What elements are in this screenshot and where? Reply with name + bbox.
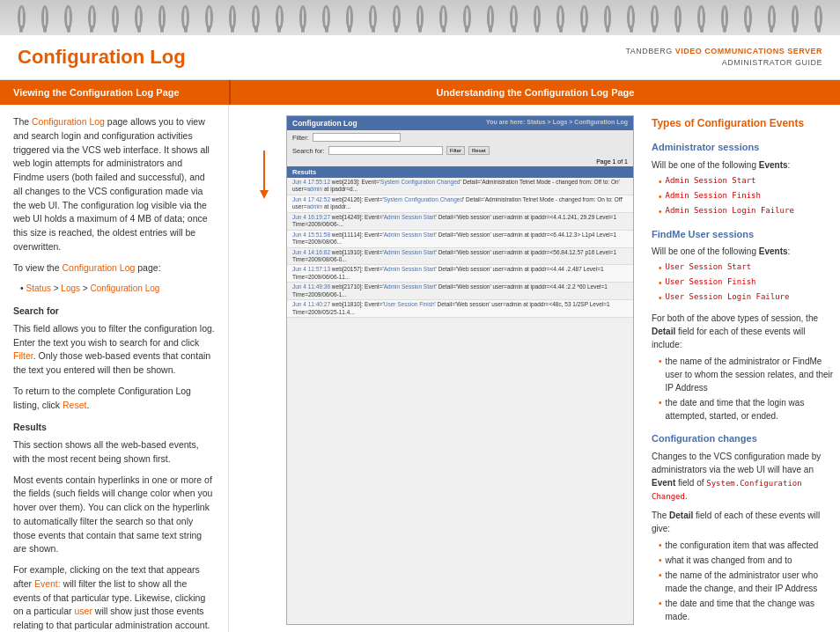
results-text2: Most events contain hyperlinks in one or…: [13, 474, 215, 557]
ring: [651, 5, 659, 30]
findme-text: Will be one of the following Events:: [652, 245, 836, 258]
intro-text: The Configuration Log page allows you to…: [13, 115, 215, 254]
svg-marker-1: [260, 190, 269, 199]
results-text3: For example, clicking on the text that a…: [13, 563, 215, 632]
left-panel: The Configuration Log page allows you to…: [0, 105, 229, 632]
ring: [181, 5, 189, 30]
findme-event-1: User Session Start: [659, 261, 836, 275]
reset-link[interactable]: Reset: [63, 400, 86, 410]
ring: [322, 5, 330, 30]
config-log-widget-header: Configuration Log You are here: Status >…: [287, 116, 633, 130]
config-log-link2[interactable]: Configuration Log: [62, 262, 135, 273]
filter-button[interactable]: Filter: [446, 146, 465, 155]
ring: [627, 5, 635, 30]
ring: [768, 5, 776, 30]
log-entry: Jun 4 11:57:13 web[20157]: Event='Admin …: [287, 265, 633, 283]
log-entry: Jun 4 14:16:82 web[11910]: Event='Admin …: [287, 248, 633, 266]
filter-input[interactable]: [313, 133, 401, 142]
arrow-indicator: [242, 142, 269, 212]
ring: [18, 5, 26, 30]
ring: [534, 5, 542, 30]
config-log-widget-title: Configuration Log: [292, 119, 357, 128]
ring: [41, 5, 49, 30]
ring: [814, 5, 822, 30]
subtitle-highlight: VIDEO COMMUNICATIONS SERVER: [675, 47, 822, 55]
results-text: This section shows all the web-based eve…: [13, 438, 215, 467]
reset-button[interactable]: Reset: [468, 146, 490, 155]
ring: [416, 5, 424, 30]
findme-title: FindMe User sessions: [652, 227, 836, 242]
notebook-top: [0, 0, 840, 35]
findme-event-3: User Session Login Failure: [659, 291, 836, 305]
page-info: Page 1 of 1: [287, 157, 633, 166]
filter-link[interactable]: Filter: [13, 350, 33, 361]
search-text: This field allows you to filter the conf…: [13, 322, 215, 378]
admin-sessions-title: Administrator sessions: [652, 140, 836, 155]
subtitle-text: TANDBERG VIDEO COMMUNICATIONS SERVER: [625, 46, 822, 57]
admin-event-1: Admin Session Start: [659, 175, 836, 188]
user-link[interactable]: user: [74, 606, 92, 616]
log-entry: Jun 4 11:49:36 web[21710]: Event='Admin …: [287, 283, 633, 300]
log-entries: Jun 4 17:55:12 web[2163]: Event='System …: [287, 178, 633, 318]
ring: [487, 5, 495, 30]
to-view-text: To view the Configuration Log page:: [13, 261, 215, 276]
section-headers: Viewing the Configuration Log Page Under…: [0, 80, 840, 105]
config-changes-text: Changes to the VCS configuration made by…: [652, 450, 836, 503]
ring: [697, 5, 705, 30]
ring: [744, 5, 752, 30]
log-entry: Jun 4 16:19:27 web[14249]: Event='Admin …: [287, 213, 633, 231]
detail-bullet-2: the date and time that the login was att…: [659, 396, 836, 423]
admin-event-3: Admin Session Login Failure: [659, 205, 836, 218]
ring: [604, 5, 612, 30]
ring: [276, 5, 284, 30]
findme-event-2: User Session Finish: [659, 276, 836, 290]
config-bullet-2: what it was changed from and to: [659, 554, 836, 567]
breadcrumb-path: Status > Logs > Configuration Log: [26, 283, 160, 293]
config-bullet-4: the date and time that the change was ma…: [659, 597, 836, 623]
content-area: The Configuration Log page allows you to…: [0, 105, 840, 632]
right-panel: Configuration Log You are here: Status >…: [229, 105, 840, 632]
section-header-right: Understanding the Configuration Log Page: [229, 80, 840, 105]
ring: [205, 5, 213, 30]
ring: [463, 5, 471, 30]
config-bullet-1: the configuration item that was affected: [659, 539, 836, 552]
log-entry: Jun 4 11:40:27 web[11810]: Event='User S…: [287, 300, 633, 318]
page-title: Configuration Log: [18, 46, 186, 69]
filter-label: Filter:: [292, 134, 309, 142]
rings: [0, 5, 840, 30]
ring: [252, 5, 260, 30]
section-header-left: Viewing the Configuration Log Page: [0, 80, 229, 105]
event-link[interactable]: Event:: [34, 578, 61, 589]
results-section-header: Results: [287, 166, 633, 178]
config-log-screenshot: Configuration Log You are here: Status >…: [286, 115, 634, 625]
ring: [88, 5, 96, 30]
types-panel: Types of Configuration Events Administra…: [643, 115, 840, 625]
detail-bullet-1: the name of the administrator or FindMe …: [659, 355, 836, 394]
ring: [556, 5, 564, 30]
config-detail-intro: The Detail field of each of these events…: [652, 509, 836, 535]
ring: [135, 5, 143, 30]
ring: [158, 5, 166, 30]
ring: [299, 5, 307, 30]
page-container: Configuration Log TANDBERG VIDEO COMMUNI…: [0, 35, 840, 632]
ring: [439, 5, 447, 30]
log-entry: Jun 4 15:51:58 web[11114]: Event='Admin …: [287, 231, 633, 248]
ring: [674, 5, 682, 30]
ring: [369, 5, 377, 30]
config-log-link[interactable]: Configuration Log: [32, 116, 105, 127]
admin-event-2: Admin Session Finish: [659, 190, 836, 203]
admin-sessions-text: Will be one of the following Events:: [652, 158, 836, 172]
search-title: Search for: [13, 305, 215, 319]
header: Configuration Log TANDBERG VIDEO COMMUNI…: [0, 35, 840, 80]
config-bullet-3: the name of the administrator user who m…: [659, 569, 836, 595]
search-text2: To return to the complete Configuration …: [13, 385, 215, 413]
config-log-widget-breadcrumb: You are here: Status > Logs > Configurat…: [486, 119, 628, 128]
search-input[interactable]: [328, 146, 443, 155]
header-subtitle: TANDBERG VIDEO COMMUNICATIONS SERVER ADM…: [625, 46, 822, 68]
log-entry: Jun 4 17:55:12 web[2163]: Event='System …: [287, 178, 633, 195]
ring: [346, 5, 354, 30]
ring: [64, 5, 72, 30]
ring: [229, 5, 237, 30]
ring: [580, 5, 588, 30]
detail-intro: For both of the above types of session, …: [652, 312, 836, 351]
